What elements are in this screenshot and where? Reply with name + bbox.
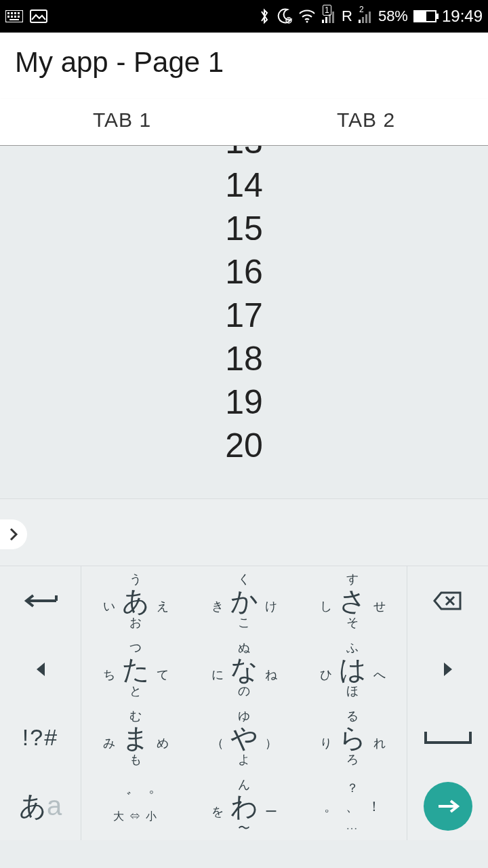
svg-rect-8 [18,16,20,18]
roaming-indicator: R [342,7,352,25]
content-scroll[interactable]: 13 14 15 16 17 18 19 20 [0,146,488,498]
triangle-left-icon [34,660,47,678]
status-bar: 1 R 2 58% 19:49 [0,0,488,33]
suggestion-strip [0,498,488,566]
key-dakuten[interactable]: ゛ ゜ 大 ⇔ 小 [81,772,190,840]
svg-rect-22 [369,12,371,23]
key-ma[interactable]: む みまめ も [81,703,190,772]
cursor-left-key[interactable] [0,635,81,703]
space-key[interactable] [407,703,488,772]
svg-rect-9 [9,19,19,20]
list-item: 17 [225,294,263,337]
list-item: 13 [225,146,263,163]
picture-icon [30,9,47,23]
svg-rect-7 [14,16,16,18]
tab-bar: TAB 1 TAB 2 [0,99,488,146]
symbols-key[interactable]: !?# [0,703,81,772]
svg-rect-2 [11,12,13,14]
tab-1[interactable]: TAB 1 [0,99,244,145]
svg-rect-5 [7,16,9,18]
app-bar: My app - Page 1 [0,33,488,99]
keyboard-icon [5,10,23,22]
svg-rect-10 [30,10,47,22]
list-item: 19 [225,380,263,424]
svg-rect-15 [322,20,324,23]
svg-rect-1 [7,12,9,14]
space-icon [424,732,472,744]
key-wa[interactable]: ん をわー 〜 [190,772,298,840]
svg-marker-27 [37,663,45,676]
signal-sim2-icon: 2 [358,9,373,24]
key-punct[interactable]: ？ 。 、 ！ … [298,772,407,840]
list-item: 14 [225,163,263,207]
list-item: 16 [225,250,263,294]
svg-rect-21 [365,14,367,23]
chevron-right-icon [9,527,18,542]
enter-key[interactable] [407,772,488,840]
page-title: My app - Page 1 [15,46,473,79]
key-ha[interactable]: ふ ひはへ ほ [298,635,407,703]
backspace-icon [433,591,463,611]
key-sa[interactable]: す しさせ そ [298,566,407,635]
enter-icon [424,782,472,831]
language-switch-key[interactable]: あa [0,772,81,840]
svg-rect-16 [325,17,327,23]
sim2-badge: 2 [359,5,364,14]
bluetooth-icon [259,7,270,25]
svg-rect-20 [362,17,364,23]
battery-icon [413,10,436,22]
svg-marker-28 [444,663,452,676]
clock: 19:49 [442,7,483,26]
tab-2[interactable]: TAB 2 [244,99,488,145]
battery-percent: 58% [378,7,408,25]
backspace-key[interactable] [407,566,488,635]
svg-rect-18 [332,12,334,23]
triangle-right-icon [441,660,455,678]
key-ra[interactable]: る りられ ろ [298,703,407,772]
key-na[interactable]: ぬ になね の [190,635,298,703]
svg-rect-4 [18,12,20,14]
svg-rect-3 [14,12,16,14]
signal-sim1-icon: 1 [321,9,336,24]
key-ya[interactable]: ゆ （や） よ [190,703,298,772]
svg-rect-19 [359,20,361,23]
left-arrow-tail-icon [24,594,58,608]
dnd-moon-icon [275,7,293,25]
list-item: 15 [225,207,263,250]
key-ka[interactable]: く きかけ こ [190,566,298,635]
expand-suggestions-button[interactable] [0,519,27,549]
svg-point-14 [306,21,308,23]
wifi-icon [298,9,316,23]
sim1-badge: 1 [323,5,331,16]
key-a[interactable]: う いあえ お [81,566,190,635]
reverse-tab-key[interactable] [0,566,81,635]
key-ta[interactable]: つ ちたて と [81,635,190,703]
list-item: 20 [225,424,263,467]
keyboard: う いあえ お く きかけ こ す しさせ そ つ ちたて と ぬ になね の … [0,566,488,840]
svg-rect-6 [11,16,13,18]
list-item: 18 [225,337,263,380]
cursor-right-key[interactable] [407,635,488,703]
